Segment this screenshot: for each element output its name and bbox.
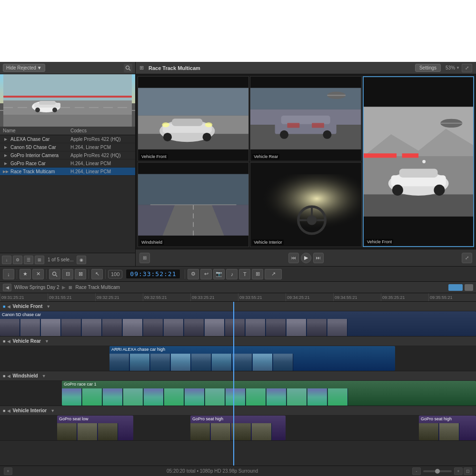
search-icon <box>125 65 131 71</box>
zoom-fit-button[interactable]: ⊡ <box>464 467 472 475</box>
import-button[interactable]: ↓ <box>3 269 14 279</box>
go-to-end-button[interactable]: ⏭ <box>313 253 324 263</box>
item-codec-gopro-race: H.264, Linear PCM <box>70 161 132 166</box>
browser-bottom-bar: ↓ ⚙ ☰ ⊞ 1 of 5 sele... ◉ <box>0 253 135 266</box>
codecs-column-header[interactable]: Codecs <box>70 128 132 133</box>
alexa-thumb-3 <box>150 354 170 371</box>
canon-thumb-9 <box>164 319 184 336</box>
multicam-cell-vehicle-rear[interactable]: Vehicle Rear <box>250 76 361 161</box>
clip-gopro-seat-high-2[interactable]: GoPro seat high <box>419 416 476 440</box>
vehicle-rear-scene <box>250 77 361 161</box>
browser-item-canon-5d-chase-car[interactable]: ▶ Canon 5D Chase Car H.264, Linear PCM <box>0 143 135 151</box>
name-column-header[interactable]: Name <box>3 128 70 133</box>
multicam-cell-vehicle-front-large[interactable]: Vehicle Front <box>363 76 474 247</box>
track-audio-icon-rear[interactable]: ◀ <box>7 339 10 344</box>
status-text: 05:20:20 total • 1080p HD 23.98p Surroun… <box>167 468 258 474</box>
browser-item-alexa-chase-car[interactable]: ▶ ALEXA Chase Car Apple ProRes 422 (HQ) <box>0 135 135 143</box>
track-enable-icon-interior[interactable]: ■ <box>3 408 5 413</box>
gopro-thumb-10 <box>246 388 266 406</box>
browser-view-list-button[interactable]: ☰ <box>24 256 33 264</box>
track-enable-icon-windshield[interactable]: ■ <box>3 374 5 378</box>
playhead-line <box>233 302 234 466</box>
multicam-cell-windshield[interactable]: Windshield <box>138 162 249 248</box>
browser-selection-count: 1 of 5 sele... <box>48 257 73 262</box>
audio-lane-button[interactable] <box>448 284 463 291</box>
svg-rect-34 <box>312 123 324 128</box>
timeline-nav-left[interactable]: ◀ <box>3 284 11 291</box>
clip-label-gopro-seat-high-1: GoPro seat high <box>192 416 223 421</box>
track-vehicle-rear: ■ ◀ Vehicle Rear ▼ ARRI ALEXA chase car … <box>0 337 476 371</box>
timeline-add-button[interactable]: + <box>4 467 12 475</box>
viewer-settings-button[interactable]: Settings <box>415 64 441 72</box>
clip-arri-alexa[interactable]: ARRI ALEXA chase car high <box>109 346 395 371</box>
viewer-fullscreen-button[interactable]: ⤢ <box>462 64 472 72</box>
svg-point-46 <box>434 185 445 196</box>
audio-button[interactable]: ♪ <box>226 269 238 279</box>
undo-button[interactable]: ↩ <box>200 269 212 279</box>
search-filter-button[interactable] <box>49 269 60 279</box>
share-button[interactable]: ↗ <box>265 269 282 279</box>
browser-item-race-track-multicam[interactable]: ▶▶ Race Track Multicam H.264, Linear PCM <box>0 168 135 176</box>
clip-appearance-button[interactable]: ⊟ <box>62 269 73 279</box>
clip-gopro-seat-high-1[interactable]: GoPro seat high <box>190 416 286 440</box>
canon-thumb-2 <box>20 319 40 336</box>
multicam-cell-vehicle-interior[interactable]: Vehicle Interior <box>250 162 361 248</box>
track-audio-icon-interior[interactable]: ◀ <box>7 408 10 413</box>
viewer-grid-toggle-button[interactable]: ⊞ <box>139 253 150 263</box>
text-button[interactable]: T <box>239 269 250 279</box>
seat-high-2-thumb-1 <box>419 423 439 440</box>
gopro-thumb-14 <box>328 388 348 406</box>
track-audio-icon[interactable]: ◀ <box>7 304 10 309</box>
track-dropdown-icon-rear[interactable]: ▼ <box>45 339 49 344</box>
hide-rejected-button[interactable]: Hide Rejected ▼ <box>3 64 45 72</box>
timeline-option-button[interactable] <box>465 284 473 291</box>
track-dropdown-icon-windshield[interactable]: ▼ <box>42 374 46 378</box>
viewer-expand-button[interactable]: ⤢ <box>462 253 472 263</box>
select-tool-button[interactable]: ↖ <box>91 269 103 279</box>
favorites-button[interactable]: ★ <box>20 269 31 279</box>
trim-button[interactable]: ⊠ <box>75 269 86 279</box>
zoom-slider-thumb[interactable] <box>435 469 440 474</box>
multicam-cell-vehicle-front-top[interactable]: Vehicle Front <box>138 76 249 161</box>
track-enable-icon-rear[interactable]: ■ <box>3 339 5 344</box>
browser-filter-button[interactable]: ◉ <box>77 256 86 264</box>
generators-button[interactable]: ⊞ <box>252 269 263 279</box>
track-enable-icon[interactable]: ■ <box>3 304 5 309</box>
canon-thumb-14 <box>266 319 286 336</box>
svg-point-63 <box>53 272 56 275</box>
browser-item-gopro-interior[interactable]: ▶ GoPro Interior Camera Apple ProRes 422… <box>0 151 135 159</box>
timecode-display: 09:33:52:21 <box>126 269 180 279</box>
reject-button[interactable]: ✕ <box>32 269 44 279</box>
browser-item-gopro-race[interactable]: ▶ GoPro Race Car H.264, Linear PCM <box>0 159 135 168</box>
windshield-scene <box>138 163 248 247</box>
clip-gopro-race-1[interactable]: GoPro race car 1 <box>62 381 476 406</box>
viewer-zoom-dropdown-arrow[interactable]: ▼ <box>456 66 460 70</box>
zoom-out-button[interactable]: - <box>412 467 421 475</box>
browser-action-button[interactable]: ⚙ <box>13 256 22 264</box>
browser-view-grid-button[interactable]: ⊞ <box>35 256 44 264</box>
zoom-in-button[interactable]: + <box>454 467 463 475</box>
svg-point-32 <box>323 130 332 139</box>
canon-thumb-4 <box>61 319 81 336</box>
clip-gopro-seat-low[interactable]: GoPro seat low <box>57 416 133 440</box>
toolbar-separator-4 <box>105 269 106 279</box>
gopro-thumb-5 <box>144 388 164 406</box>
browser-import-button[interactable]: ↓ <box>2 256 11 264</box>
track-dropdown-icon-interior[interactable]: ▼ <box>50 408 55 413</box>
zoom-slider[interactable] <box>423 470 452 472</box>
settings-tool-button[interactable]: ⚙ <box>188 269 199 279</box>
go-to-start-button[interactable]: ⏮ <box>288 253 299 263</box>
app-container: Hide Rejected ▼ <box>0 62 476 476</box>
track-audio-icon-windshield[interactable]: ◀ <box>7 374 10 378</box>
play-button[interactable]: ▶ <box>301 253 311 263</box>
canon-thumb-17 <box>327 319 347 336</box>
gopro-thumb-12 <box>287 388 307 406</box>
track-dropdown-icon[interactable]: ▼ <box>46 304 50 309</box>
browser-search-button[interactable] <box>124 64 132 72</box>
snapshot-button[interactable]: 📷 <box>213 269 225 279</box>
svg-rect-47 <box>364 153 397 158</box>
track-vehicle-front: ■ ◀ Vehicle Front ▼ Canon 5D chase car <box>0 302 476 337</box>
svg-rect-13 <box>138 88 248 116</box>
clip-canon-5d[interactable]: Canon 5D chase car <box>0 311 476 336</box>
cell-label-windshield: Windshield <box>140 239 164 245</box>
